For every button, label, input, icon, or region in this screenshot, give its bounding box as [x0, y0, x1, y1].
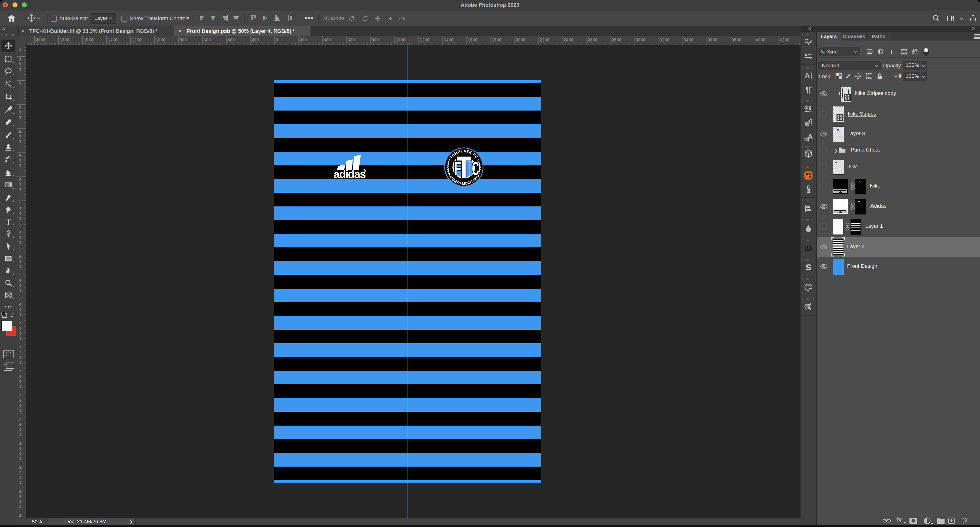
svg-text:A: A	[808, 133, 813, 141]
svg-text:R: R	[364, 170, 365, 172]
svg-text:A: A	[805, 72, 810, 79]
svg-text:F X: F X	[805, 175, 811, 179]
svg-text:S: S	[805, 263, 811, 272]
svg-text:IB: IB	[804, 244, 812, 253]
svg-text:adidas: adidas	[334, 168, 366, 180]
svg-text:C: C	[472, 158, 479, 179]
